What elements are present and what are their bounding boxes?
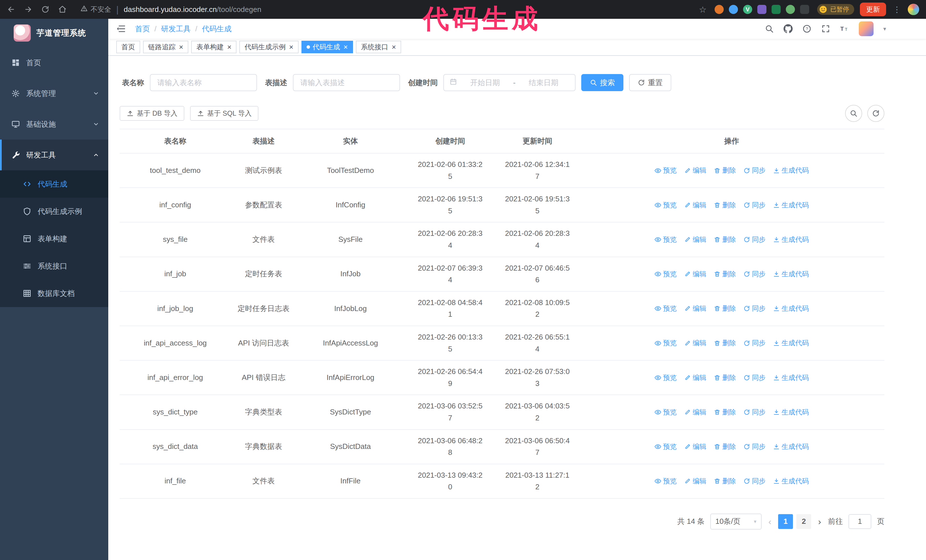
preview-link[interactable]: 预览 — [654, 476, 677, 486]
extension-vue-devtools-icon[interactable]: V — [743, 5, 752, 14]
close-icon[interactable]: × — [179, 43, 183, 51]
close-icon[interactable]: × — [343, 43, 348, 51]
browser-update-button[interactable]: 更新 — [860, 3, 886, 16]
extension-leaf-icon[interactable] — [786, 5, 795, 14]
security-warning[interactable]: 不安全 — [80, 5, 111, 14]
sync-link[interactable]: 同步 — [743, 269, 766, 279]
sync-link[interactable]: 同步 — [743, 303, 766, 314]
sidebar-subitem-db-doc[interactable]: 数据库文档 — [0, 280, 108, 307]
url-text[interactable]: dashboard.yudao.iocoder.cn/tool/codegen — [124, 5, 261, 14]
tab-form-builder[interactable]: 表单构建 × — [191, 41, 236, 53]
delete-link[interactable]: 删除 — [714, 372, 736, 383]
sync-link[interactable]: 同步 — [743, 234, 766, 245]
generate-code-link[interactable]: 生成代码 — [773, 269, 809, 279]
address-bar[interactable]: 不安全 | dashboard.yudao.iocoder.cn/tool/co… — [73, 4, 693, 15]
create-time-range-picker[interactable]: 开始日期 - 结束日期 — [443, 74, 575, 91]
delete-link[interactable]: 删除 — [714, 269, 736, 279]
close-icon[interactable]: × — [227, 43, 232, 51]
generate-code-link[interactable]: 生成代码 — [773, 200, 809, 210]
edit-link[interactable]: 编辑 — [684, 372, 706, 383]
preview-link[interactable]: 预览 — [654, 165, 677, 176]
caret-down-icon[interactable]: ▾ — [883, 25, 886, 32]
toggle-search-button[interactable] — [845, 105, 862, 122]
edit-link[interactable]: 编辑 — [684, 407, 706, 418]
edit-link[interactable]: 编辑 — [684, 476, 706, 486]
generate-code-link[interactable]: 生成代码 — [773, 372, 809, 383]
page-1-button[interactable]: 1 — [778, 514, 793, 529]
sidebar-subitem-api[interactable]: 系统接口 — [0, 252, 108, 280]
delete-link[interactable]: 删除 — [714, 407, 736, 418]
generate-code-link[interactable]: 生成代码 — [773, 407, 809, 418]
close-icon[interactable]: × — [289, 43, 293, 51]
import-sql-button[interactable]: 基于 SQL 导入 — [190, 106, 259, 121]
sidebar-item-infra[interactable]: 基础设施 — [0, 109, 108, 140]
reload-icon[interactable] — [41, 5, 50, 14]
next-page-icon[interactable]: › — [817, 517, 822, 526]
preview-link[interactable]: 预览 — [654, 200, 677, 210]
sidebar-item-devtools[interactable]: 研发工具 — [0, 140, 108, 171]
reset-button[interactable]: 重置 — [629, 74, 671, 91]
sidebar-item-home[interactable]: 首页 — [0, 47, 108, 78]
browser-profile-avatar[interactable] — [908, 4, 919, 15]
refresh-table-button[interactable] — [867, 105, 884, 122]
preview-link[interactable]: 预览 — [654, 338, 677, 349]
sync-link[interactable]: 同步 — [743, 372, 766, 383]
sync-link[interactable]: 同步 — [743, 200, 766, 210]
tab-api[interactable]: 系统接口 × — [356, 41, 401, 53]
preview-link[interactable]: 预览 — [654, 234, 677, 245]
app-logo[interactable]: 芋道管理系统 — [0, 19, 108, 47]
extension-orange-icon[interactable] — [714, 5, 724, 14]
close-icon[interactable]: × — [392, 43, 396, 51]
delete-link[interactable]: 删除 — [714, 234, 736, 245]
user-avatar[interactable] — [859, 21, 873, 36]
edit-link[interactable]: 编辑 — [684, 303, 706, 314]
delete-link[interactable]: 删除 — [714, 165, 736, 176]
paused-badge[interactable]: 已暂停 — [817, 4, 854, 15]
hamburger-icon[interactable] — [116, 24, 126, 33]
page-2-button[interactable]: 2 — [796, 514, 811, 529]
sync-link[interactable]: 同步 — [743, 165, 766, 176]
tab-tracing[interactable]: 链路追踪 × — [143, 41, 188, 53]
edit-link[interactable]: 编辑 — [684, 441, 706, 452]
import-db-button[interactable]: 基于 DB 导入 — [120, 106, 185, 121]
tab-codegen-demo[interactable]: 代码生成示例 × — [239, 41, 298, 53]
extension-colorful-icon[interactable] — [757, 5, 766, 14]
delete-link[interactable]: 删除 — [714, 338, 736, 349]
help-icon[interactable]: ? — [802, 24, 811, 33]
generate-code-link[interactable]: 生成代码 — [773, 234, 809, 245]
breadcrumb-home[interactable]: 首页 — [135, 24, 150, 34]
generate-code-link[interactable]: 生成代码 — [773, 338, 809, 349]
breadcrumb-devtools[interactable]: 研发工具 — [161, 24, 191, 34]
bookmark-star-icon[interactable]: ☆ — [699, 5, 707, 15]
browser-menu-icon[interactable]: ⋮ — [892, 5, 902, 14]
forward-icon[interactable] — [24, 5, 32, 14]
generate-code-link[interactable]: 生成代码 — [773, 441, 809, 452]
back-icon[interactable] — [7, 5, 15, 14]
extension-blue-drop-icon[interactable] — [729, 5, 738, 14]
sync-link[interactable]: 同步 — [743, 407, 766, 418]
tab-home[interactable]: 首页 — [116, 41, 140, 53]
preview-link[interactable]: 预览 — [654, 441, 677, 452]
sidebar-item-system[interactable]: 系统管理 — [0, 78, 108, 109]
extension-puzzle-icon[interactable] — [800, 5, 809, 14]
sync-link[interactable]: 同步 — [743, 476, 766, 486]
edit-link[interactable]: 编辑 — [684, 269, 706, 279]
page-size-select[interactable]: 10条/页 ▾ — [710, 513, 762, 530]
sync-link[interactable]: 同步 — [743, 441, 766, 452]
delete-link[interactable]: 删除 — [714, 441, 736, 452]
sync-link[interactable]: 同步 — [743, 338, 766, 349]
search-button[interactable]: 搜索 — [581, 74, 623, 91]
table-name-input[interactable] — [150, 74, 257, 91]
edit-link[interactable]: 编辑 — [684, 234, 706, 245]
edit-link[interactable]: 编辑 — [684, 165, 706, 176]
prev-page-icon[interactable]: ‹ — [767, 517, 773, 526]
preview-link[interactable]: 预览 — [654, 407, 677, 418]
edit-link[interactable]: 编辑 — [684, 200, 706, 210]
fullscreen-icon[interactable] — [821, 24, 830, 33]
generate-code-link[interactable]: 生成代码 — [773, 165, 809, 176]
generate-code-link[interactable]: 生成代码 — [773, 476, 809, 486]
preview-link[interactable]: 预览 — [654, 372, 677, 383]
search-icon[interactable] — [765, 24, 774, 33]
sidebar-subitem-form-builder[interactable]: 表单构建 — [0, 225, 108, 252]
font-size-icon[interactable]: TT — [840, 24, 849, 33]
